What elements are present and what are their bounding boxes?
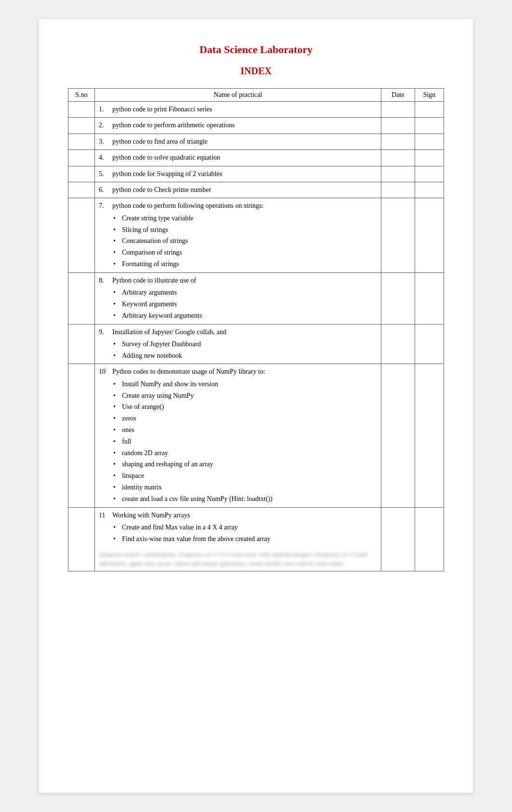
header-sign: Sign <box>415 89 444 102</box>
sno-cell <box>68 198 95 272</box>
name-cell: 7.python code to perform following opera… <box>95 198 381 272</box>
sub-list-item: Create string type variable <box>113 213 377 224</box>
sub-list-item: Install NumPy and show its version <box>113 379 377 390</box>
item-line: 6.python code to Check prime number <box>99 185 377 195</box>
item-text: Python code to illustrate use of <box>112 275 196 286</box>
sub-list-item: Formatting of strings <box>113 258 377 270</box>
date-cell <box>381 102 415 118</box>
header-date: Date <box>381 89 415 102</box>
item-number: 2. <box>99 120 109 131</box>
sub-list-item: Concatenation of strings <box>113 235 377 247</box>
item-text: Installation of Jupyter/ Google collab, … <box>112 327 226 338</box>
page-title: Data Science Laboratory <box>68 43 444 56</box>
item-number: 4. <box>99 152 109 163</box>
item-text: Python codes to demonstrate usage of Num… <box>112 366 265 377</box>
sno-cell <box>68 134 95 149</box>
sub-list: Arbitrary argumentsKeyword argumentsArbi… <box>113 287 377 321</box>
item-number: 11 <box>99 510 109 521</box>
item-line: 3.python code to find area of triangle <box>99 136 377 147</box>
date-cell <box>381 507 415 571</box>
name-cell: 11Working with NumPy arraysCreate and fi… <box>95 507 381 571</box>
sno-cell <box>68 324 95 364</box>
item-line: 2.python code to perform arithmetic oper… <box>99 120 377 131</box>
sub-list-item: Survey of Jupyter Dashboard <box>113 338 377 350</box>
sub-list-item: Find axis-wise max value from the above … <box>113 533 377 545</box>
name-cell: 1.python code to print Fibonacci series <box>95 102 381 118</box>
header-name: Name of practical <box>95 89 381 102</box>
sub-list-item: create and load a csv file using NumPy (… <box>113 493 377 505</box>
sub-list-item: Comparison of strings <box>113 247 377 258</box>
table-row: 8.Python code to illustrate use ofArbitr… <box>68 272 444 324</box>
sub-list-item: Adding new notebook <box>113 350 377 362</box>
date-cell <box>381 324 415 364</box>
name-cell: 2.python code to perform arithmetic oper… <box>95 118 381 134</box>
sub-list-item: linspace <box>113 470 377 482</box>
table-row: 6.python code to Check prime number <box>68 182 444 198</box>
date-cell <box>381 198 415 272</box>
date-cell <box>381 182 415 198</box>
item-number: 9. <box>99 327 109 338</box>
sign-cell <box>415 166 444 182</box>
sub-list-item: Use of arange() <box>113 401 377 413</box>
name-cell: 4.python code to solve quadratic equatio… <box>95 150 381 166</box>
item-number: 5. <box>99 169 109 179</box>
date-cell <box>381 166 415 182</box>
item-number: 3. <box>99 136 109 147</box>
sno-cell <box>68 182 95 198</box>
sign-cell <box>415 134 444 149</box>
header-sno: S.no <box>68 89 95 102</box>
sub-list: Install NumPy and show its versionCreate… <box>113 379 377 505</box>
item-text: python code to find area of triangle <box>112 136 207 147</box>
item-line: 4.python code to solve quadratic equatio… <box>99 152 377 163</box>
name-cell: 3.python code to find area of triangle <box>95 134 381 149</box>
name-cell: 10Python codes to demonstrate usage of N… <box>95 364 381 507</box>
sub-list: Create and find Max value in a 4 X 4 arr… <box>113 522 377 545</box>
sub-list-item: zeros <box>113 413 377 424</box>
item-line: 9.Installation of Jupyter/ Google collab… <box>99 327 377 338</box>
table-row: 2.python code to perform arithmetic oper… <box>68 118 444 134</box>
sno-cell <box>68 272 95 324</box>
sub-list-item: Create and find Max value in a 4 X 4 arr… <box>113 522 377 533</box>
table-row: 5.python code for Swapping of 2 variable… <box>68 166 444 182</box>
blurred-content: transpose matrix combinations, frequency… <box>99 550 377 568</box>
table-row: 7.python code to perform following opera… <box>68 198 444 272</box>
sub-list-item: Arbitrary arguments <box>113 287 377 298</box>
index-table: S.no Name of practical Date Sign 1.pytho… <box>68 88 444 571</box>
sub-list-item: ones <box>113 424 377 436</box>
sign-cell <box>415 102 444 118</box>
item-line: 5.python code for Swapping of 2 variable… <box>99 169 377 179</box>
item-line: 7.python code to perform following opera… <box>99 201 377 211</box>
sub-list: Create string type variableSlicing of st… <box>113 213 377 270</box>
item-text: Working with NumPy arrays <box>112 510 190 521</box>
sub-list-item: Keyword arguments <box>113 298 377 310</box>
date-cell <box>381 272 415 324</box>
item-text: python code for Swapping of 2 variables <box>112 169 222 179</box>
sno-cell <box>68 118 95 134</box>
sno-cell <box>68 150 95 166</box>
sign-cell <box>415 507 444 571</box>
item-line: 11Working with NumPy arrays <box>99 510 377 521</box>
item-text: python code to perform arithmetic operat… <box>112 120 235 131</box>
item-number: 1. <box>99 104 109 115</box>
item-number: 10 <box>99 366 109 377</box>
sub-list-item: Slicing of strings <box>113 224 377 236</box>
sno-cell <box>68 507 95 571</box>
sno-cell <box>68 166 95 182</box>
item-number: 8. <box>99 275 109 286</box>
item-number: 7. <box>99 201 109 211</box>
sign-cell <box>415 150 444 166</box>
date-cell <box>381 118 415 134</box>
name-cell: 9.Installation of Jupyter/ Google collab… <box>95 324 381 364</box>
sub-list-item: Create array using NumPy <box>113 390 377 402</box>
sub-list-item: Arbitrary keyword arguments <box>113 310 377 322</box>
sub-list-item: full <box>113 436 377 447</box>
item-line: 10Python codes to demonstrate usage of N… <box>99 366 377 377</box>
sno-cell <box>68 102 95 118</box>
sub-list-item: shaping and reshaping of an array <box>113 459 377 470</box>
item-text: python code to Check prime number <box>112 185 211 195</box>
table-row: 4.python code to solve quadratic equatio… <box>68 150 444 166</box>
date-cell <box>381 364 415 507</box>
page: Data Science Laboratory INDEX S.no Name … <box>39 19 473 793</box>
sign-cell <box>415 364 444 507</box>
sub-list-item: identity matrix <box>113 482 377 493</box>
